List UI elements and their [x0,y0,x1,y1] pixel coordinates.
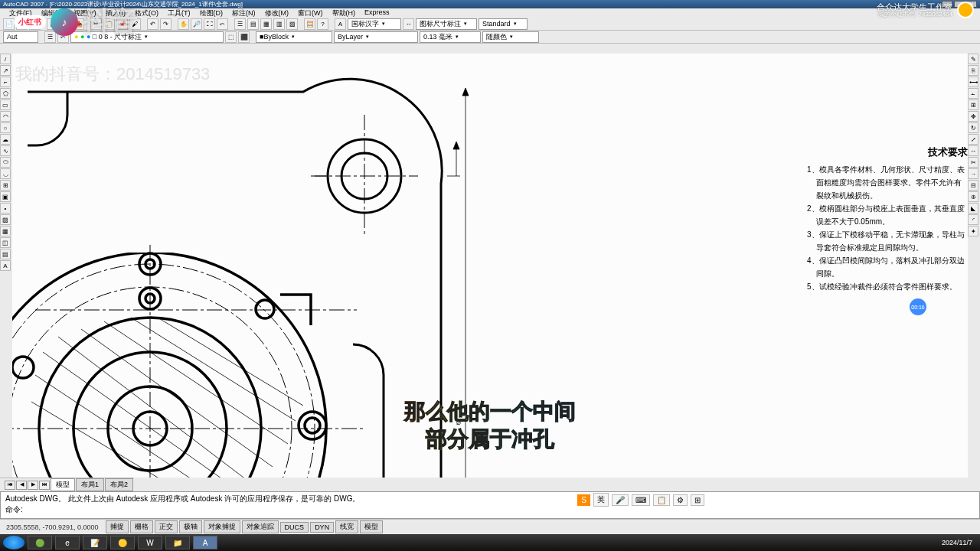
dyn-toggle[interactable]: DYN [310,522,334,533]
linetype-drop[interactable]: ByLayer [334,31,418,43]
ime-mic-icon[interactable]: 🎤 [612,494,629,506]
ducs-toggle[interactable]: DUCS [280,522,309,533]
task-autocad[interactable]: A [193,536,217,549]
xline-icon[interactable]: ↗ [0,65,11,76]
polar-toggle[interactable]: 极轴 [179,520,202,533]
task-explorer[interactable]: 📁 [165,536,190,549]
calc-icon[interactable]: 🧮 [304,18,315,30]
color-drop[interactable]: ■ ByBlock [256,31,332,43]
menu-dim[interactable]: 标注(N) [227,8,260,18]
ime-lang[interactable]: 英 [593,493,609,507]
ime-brand-icon[interactable]: S [577,494,590,506]
dim-style-drop[interactable]: 图标尺寸标注 [416,18,477,30]
table-icon[interactable]: ▤ [0,249,11,259]
chamfer-icon[interactable]: ◣ [968,203,978,214]
stretch-icon[interactable]: ↔ [968,145,978,156]
model-toggle[interactable]: 模型 [360,520,383,533]
task-app[interactable]: 🟢 [28,536,52,549]
ortho-toggle[interactable]: 正交 [155,520,178,533]
spline-icon[interactable]: ∿ [0,145,11,156]
ime-grid-icon[interactable]: ⊞ [691,494,704,506]
plotstyle-drop[interactable]: 随颜色 [482,31,539,43]
ime-set-icon[interactable]: ⚙ [673,494,688,506]
osnap-toggle[interactable]: 对象捕捉 [204,520,240,533]
snap-toggle[interactable]: 捕捉 [106,520,129,533]
task-browser[interactable]: e [55,536,80,549]
ime-kbd-icon[interactable]: ⌨ [632,494,650,506]
drawing-canvas[interactable]: ⌀ 技术要求 1、模具各零件材料、几何形状、尺寸精度、表面粗糙度均需符合图样要求… [12,54,968,478]
help-icon[interactable]: ? [317,18,328,30]
explode-icon[interactable]: ✦ [968,226,978,236]
menu-express[interactable]: Express [360,8,394,18]
extend-icon[interactable]: → [968,168,978,179]
task-notes[interactable]: 📝 [83,536,107,549]
array-icon[interactable]: ⊞ [968,99,978,110]
tpal-icon[interactable]: ▦ [260,18,272,30]
redo-icon[interactable]: ↷ [160,18,172,30]
new-icon[interactable]: 📄 [3,18,15,30]
ellipse-icon[interactable]: ⬭ [0,157,11,168]
copy2-icon[interactable]: ⎘ [968,65,978,76]
offset-icon[interactable]: ⫠ [968,88,978,99]
layeriso-icon[interactable]: ⬚ [225,31,237,43]
zoom-prev-icon[interactable]: ⤺ [217,18,228,30]
tab-layout1[interactable]: 布局1 [76,478,104,491]
lineweight-drop[interactable]: 0.13 毫米 [420,31,481,43]
point-icon[interactable]: • [0,203,11,214]
fillet-icon[interactable]: ◜ [968,214,978,225]
menu-modify[interactable]: 修改(M) [260,8,294,18]
scale-icon[interactable]: ⤢ [968,134,978,145]
tab-layout2[interactable]: 布局2 [105,478,133,491]
grad-icon[interactable]: ▦ [0,226,11,236]
menu-tools[interactable]: 工具(T) [163,8,195,18]
tab-last-icon[interactable]: ⏭ [39,481,50,490]
taskbar[interactable]: 🟢 e 📝 🟡 W 📁 A 2024/11/7 [0,534,980,551]
props-icon[interactable]: ☰ [234,18,246,30]
menu-help[interactable]: 帮助(H) [328,8,361,18]
tab-model[interactable]: 模型 [51,478,75,491]
tab-next-icon[interactable]: ▶ [28,481,38,490]
break-icon[interactable]: ⊟ [968,180,978,191]
mirror-icon[interactable]: ⟷ [968,77,978,87]
block-icon[interactable]: ▣ [0,191,11,202]
ssm-icon[interactable]: ▥ [273,18,285,30]
command-window[interactable]: Autodesk DWG。 此文件上次由 Autodesk 应用程序或 Auto… [0,491,980,519]
textstyle-icon[interactable]: A [335,18,346,30]
hatch-icon[interactable]: ▨ [0,214,11,225]
tab-first-icon[interactable]: ⏮ [5,481,15,490]
zoom-rt-icon[interactable]: 🔎 [191,18,202,30]
zoom-win-icon[interactable]: ⛶ [204,18,215,30]
task-chrome[interactable]: 🟡 [110,536,135,549]
system-tray[interactable]: 2024/11/7 [942,539,977,546]
circle-icon[interactable]: ○ [0,122,11,133]
task-wps[interactable]: W [138,536,162,549]
lwt-toggle[interactable]: 线宽 [335,520,358,533]
start-button[interactable] [3,536,24,549]
menu-window[interactable]: 窗口(W) [293,8,328,18]
ellarc-icon[interactable]: ◡ [0,168,11,179]
pan-icon[interactable]: ✋ [178,18,189,30]
pline-icon[interactable]: ⌐ [0,77,11,87]
tab-prev-icon[interactable]: ◀ [16,481,27,490]
ime-clip-icon[interactable]: 📋 [653,494,670,506]
revcloud-icon[interactable]: ☁ [0,134,11,145]
text-style-drop[interactable]: 国标汉字 [348,18,401,30]
trim-icon[interactable]: ✂ [968,157,978,168]
insert-icon[interactable]: ⊞ [0,180,11,191]
menu-draw[interactable]: 绘图(D) [195,8,228,18]
line-icon[interactable]: / [0,54,11,64]
layermatch-icon[interactable]: ⬛ [238,31,250,43]
arc-icon[interactable]: ◠ [0,111,11,122]
erase-icon[interactable]: ✎ [968,54,978,64]
polygon-icon[interactable]: ⬠ [0,88,11,99]
dcenter-icon[interactable]: ▤ [247,18,259,30]
rect-icon[interactable]: ▭ [0,99,11,110]
ime-bar[interactable]: S 英 🎤 ⌨ 📋 ⚙ ⊞ [577,493,704,507]
table-style-drop[interactable]: Standard [479,18,528,30]
mm-icon[interactable]: ▧ [286,18,298,30]
rotate-icon[interactable]: ↻ [968,122,978,133]
grid-toggle[interactable]: 栅格 [130,520,153,533]
otrack-toggle[interactable]: 对象追踪 [242,520,279,533]
move-icon[interactable]: ✥ [968,111,978,122]
undo-icon[interactable]: ↶ [147,18,158,30]
